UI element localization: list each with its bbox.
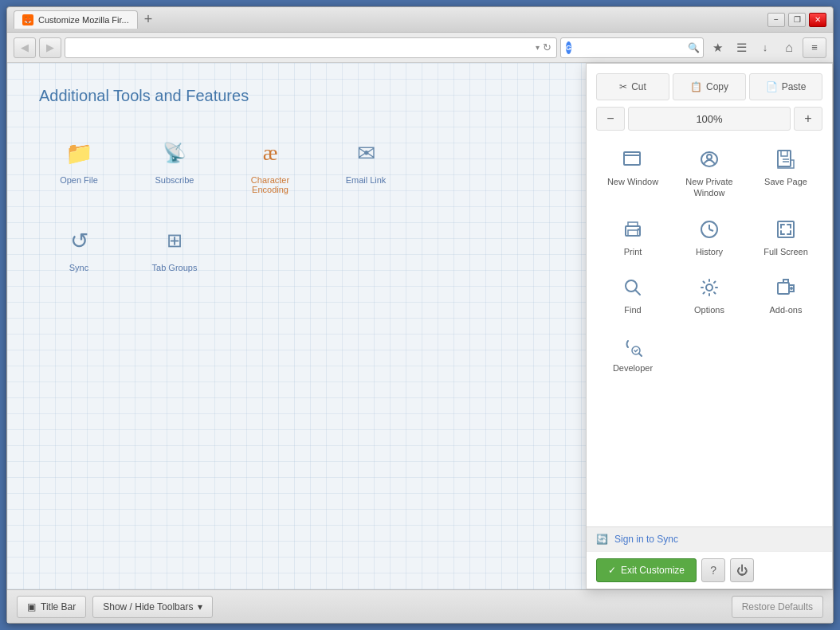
- cut-button[interactable]: ✂ Cut: [596, 73, 669, 100]
- menu-item-add-ons[interactable]: Add-ons: [749, 267, 822, 322]
- svg-rect-4: [778, 151, 791, 166]
- show-hide-toolbars-button[interactable]: Show / Hide Toolbars ▾: [92, 596, 213, 618]
- svg-line-15: [635, 290, 640, 295]
- address-bar[interactable]: ▾ ↻: [65, 37, 557, 58]
- menu-item-find[interactable]: Find: [596, 267, 669, 322]
- reload-button[interactable]: ↻: [543, 41, 551, 53]
- character-encoding-icon: æ: [253, 135, 288, 170]
- cut-icon: ✂: [619, 81, 627, 92]
- menu-item-developer[interactable]: Developer: [596, 325, 669, 380]
- history-label: History: [696, 246, 723, 257]
- hamburger-menu-button[interactable]: ≡: [803, 37, 826, 58]
- tools-grid: 📁 Open File 📡 Subscribe æ Character Enco…: [39, 129, 554, 279]
- new-private-window-label: New PrivateWindow: [685, 176, 732, 199]
- svg-point-3: [707, 155, 712, 159]
- open-file-label: Open File: [60, 175, 98, 185]
- options-label: Options: [694, 304, 724, 315]
- address-dropdown-icon[interactable]: ▾: [536, 43, 540, 52]
- svg-rect-8: [628, 230, 638, 236]
- tab-title: Customize Mozilla Fir...: [38, 15, 129, 25]
- edit-row: ✂ Cut 📋 Copy 📄 Paste: [596, 73, 822, 100]
- close-button[interactable]: ✕: [809, 13, 826, 27]
- firefox-tab-icon: 🦊: [22, 14, 33, 25]
- restore-label: Restore Defaults: [742, 601, 813, 612]
- tool-email-link[interactable]: ✉ Email Link: [326, 129, 406, 201]
- back-button[interactable]: ◀: [14, 37, 36, 58]
- title-bar-button[interactable]: ▣ Title Bar: [17, 596, 86, 618]
- tool-open-file[interactable]: 📁 Open File: [39, 129, 119, 201]
- downloads-button[interactable]: ↓: [755, 37, 775, 58]
- help-button[interactable]: ?: [701, 558, 725, 582]
- minimize-button[interactable]: −: [767, 13, 785, 27]
- menu-item-options[interactable]: Options: [673, 267, 746, 322]
- copy-label: Copy: [706, 81, 728, 92]
- search-icon[interactable]: 🔍: [688, 42, 700, 53]
- svg-point-9: [638, 228, 640, 230]
- search-bar[interactable]: G 🔍: [560, 37, 704, 58]
- subscribe-icon: 📡: [157, 135, 192, 170]
- options-icon: [697, 275, 722, 300]
- tab-groups-icon: ⊞: [157, 223, 192, 258]
- home-button[interactable]: ⌂: [779, 37, 799, 58]
- menu-item-save-page[interactable]: Save Page: [749, 139, 822, 205]
- restore-button[interactable]: ❐: [788, 13, 806, 27]
- new-window-label: New Window: [607, 176, 658, 187]
- add-ons-icon: [773, 275, 799, 300]
- sign-in-to-sync-button[interactable]: 🔄 Sign in to Sync: [587, 526, 832, 551]
- open-file-icon: 📁: [61, 135, 96, 170]
- menu-item-history[interactable]: History: [673, 209, 746, 264]
- print-icon: [620, 217, 646, 242]
- menu-popup-inner: ✂ Cut 📋 Copy 📄 Paste − 100%: [587, 64, 832, 526]
- svg-rect-17: [778, 283, 789, 294]
- menu-item-full-screen[interactable]: Full Screen: [749, 209, 822, 264]
- svg-line-20: [639, 354, 642, 356]
- subscribe-label: Subscribe: [155, 175, 194, 185]
- menu-item-print[interactable]: Print: [596, 209, 669, 264]
- sync-label: Sync: [69, 263, 88, 272]
- bookmarks-button[interactable]: ☰: [731, 37, 752, 58]
- new-private-window-icon: [697, 147, 722, 172]
- menu-bottom-row: ✓ Exit Customize ? ⏻: [587, 551, 832, 589]
- browser-tab[interactable]: 🦊 Customize Mozilla Fir...: [14, 10, 138, 29]
- find-icon: [620, 275, 646, 300]
- menu-item-new-private-window[interactable]: New PrivateWindow: [673, 139, 746, 205]
- email-link-label: Email Link: [346, 175, 387, 185]
- tab-groups-label: Tab Groups: [152, 263, 198, 272]
- new-window-icon: [620, 147, 646, 172]
- paste-icon: 📄: [766, 81, 778, 92]
- svg-line-12: [709, 229, 713, 231]
- bottom-toolbar: ▣ Title Bar Show / Hide Toolbars ▾ Resto…: [7, 589, 833, 623]
- tools-panel: Additional Tools and Features 📁 Open Fil…: [7, 63, 586, 589]
- print-label: Print: [624, 246, 642, 257]
- zoom-row: − 100% +: [596, 107, 822, 131]
- bookmark-star-button[interactable]: ★: [707, 37, 728, 58]
- add-ons-label: Add-ons: [770, 304, 803, 315]
- copy-icon: 📋: [690, 81, 702, 92]
- svg-rect-0: [624, 152, 640, 165]
- svg-point-18: [790, 287, 793, 290]
- show-hide-label: Show / Hide Toolbars: [103, 601, 193, 612]
- power-button[interactable]: ⏻: [730, 558, 754, 582]
- window-controls: − ❐ ✕: [767, 13, 826, 27]
- title-bar-label: Title Bar: [41, 601, 76, 612]
- zoom-out-button[interactable]: −: [596, 107, 625, 131]
- character-encoding-label: Character Encoding: [237, 175, 304, 194]
- save-page-icon: [773, 147, 799, 172]
- zoom-in-button[interactable]: +: [794, 107, 822, 131]
- new-tab-button[interactable]: +: [144, 11, 153, 28]
- tool-sync[interactable]: ↺ Sync: [39, 217, 119, 279]
- paste-button[interactable]: 📄 Paste: [749, 73, 822, 100]
- exit-customize-button[interactable]: ✓ Exit Customize: [596, 558, 697, 582]
- tool-subscribe[interactable]: 📡 Subscribe: [135, 129, 214, 201]
- exit-customize-label: Exit Customize: [621, 565, 685, 576]
- tool-tab-groups[interactable]: ⊞ Tab Groups: [135, 217, 214, 279]
- menu-item-new-window[interactable]: New Window: [596, 139, 669, 205]
- sync-icon: 🔄: [596, 534, 608, 545]
- firefox-menu-popup: ✂ Cut 📋 Copy 📄 Paste − 100%: [586, 63, 833, 589]
- restore-defaults-button[interactable]: Restore Defaults: [732, 596, 823, 618]
- tool-character-encoding[interactable]: æ Character Encoding: [230, 129, 310, 201]
- search-input[interactable]: [575, 43, 685, 53]
- copy-button[interactable]: 📋 Copy: [673, 73, 746, 100]
- exit-check-icon: ✓: [608, 565, 616, 576]
- forward-button[interactable]: ▶: [39, 37, 61, 58]
